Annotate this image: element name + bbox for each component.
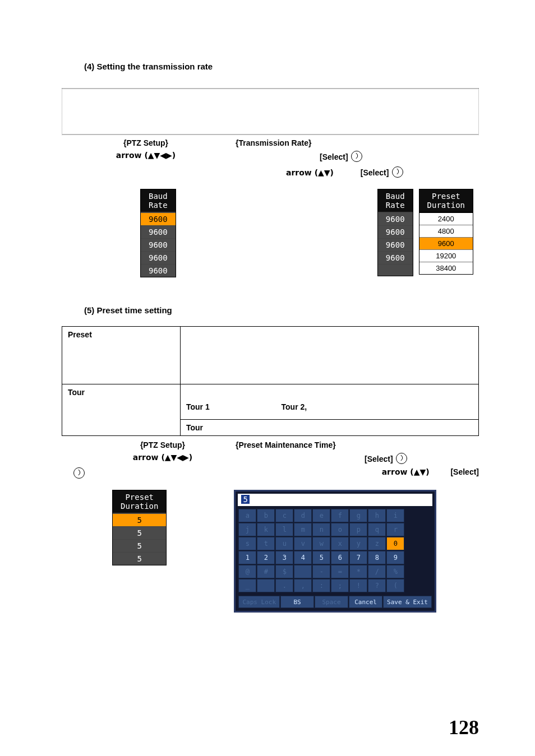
key[interactable]: / — [368, 565, 386, 578]
labels5-row-1: {PTZ Setup} {Preset Maintenance Time} — [62, 440, 479, 449]
arrow2-label: arrow (▲▼) — [286, 168, 334, 177]
key[interactable]: 9 — [386, 551, 404, 564]
baud-item[interactable]: 9600 — [378, 225, 413, 238]
preset-tour-table: Preset Tour Tour 1 Tour 2, Tour — [62, 326, 479, 436]
arrow4-label: arrow (▲▼◀▶) — [116, 151, 176, 160]
baud-list-left[interactable]: Baud Rate 9600 9600 9600 9600 9600 — [140, 189, 176, 277]
preset-item[interactable]: 5 — [113, 513, 166, 526]
preset-item[interactable]: 5 — [113, 539, 166, 552]
key[interactable]: q — [368, 523, 386, 536]
baud-item[interactable]: 9600 — [141, 225, 176, 238]
baud-options-dropdown[interactable]: 2400 4800 9600 19200 38400 — [419, 212, 473, 275]
key[interactable]: @ — [238, 565, 256, 578]
key[interactable]: ! — [349, 579, 367, 592]
baud-list-right[interactable]: Baud Rate 9600 9600 9600 9600 — [377, 189, 413, 276]
baud-item[interactable]: 9600 — [141, 238, 176, 251]
select-icon — [392, 166, 403, 178]
key[interactable]: m — [294, 523, 312, 536]
baud-item[interactable]: 9600 — [378, 251, 413, 264]
key[interactable]: i — [386, 509, 404, 522]
key[interactable]: - — [312, 565, 330, 578]
baud-item[interactable]: 9600 — [141, 251, 176, 264]
key[interactable]: 4 — [294, 551, 312, 564]
key[interactable]: y — [349, 537, 367, 550]
key[interactable]: a — [238, 509, 256, 522]
key[interactable]: ; — [331, 579, 349, 592]
key[interactable]: % — [386, 565, 404, 578]
key[interactable]: r — [386, 523, 404, 536]
key[interactable]: g — [349, 509, 367, 522]
key[interactable]: d — [294, 509, 312, 522]
keyboard-entry[interactable]: 5 — [238, 494, 432, 506]
baud-option[interactable]: 38400 — [419, 262, 473, 274]
baud-item[interactable] — [378, 264, 413, 276]
select-label: [Select] — [320, 152, 348, 161]
key[interactable]: j — [238, 523, 256, 536]
key[interactable]: o — [331, 523, 349, 536]
key[interactable]: , — [294, 579, 312, 592]
key[interactable]: # — [257, 565, 275, 578]
baud-item[interactable]: 9600 — [141, 212, 176, 225]
key[interactable]: s — [238, 537, 256, 550]
key[interactable]: = — [331, 565, 349, 578]
key[interactable]: n — [312, 523, 330, 536]
labels-row-3: arrow (▲▼) [Select] — [62, 166, 479, 178]
preset-duration-list[interactable]: Preset Duration 5 5 5 5 — [112, 490, 167, 565]
key[interactable] — [294, 565, 312, 578]
key[interactable]: f — [331, 509, 349, 522]
baud-option[interactable]: 19200 — [419, 249, 473, 262]
baud-option[interactable]: 4800 — [419, 225, 473, 237]
key[interactable]: w — [312, 537, 330, 550]
backspace-button[interactable]: BS — [280, 596, 314, 608]
labels-row-2: arrow (▲▼◀▶) [Select] — [62, 151, 479, 162]
select-icon — [396, 453, 407, 464]
key[interactable]: t — [257, 537, 275, 550]
key[interactable]: e — [312, 509, 330, 522]
key[interactable]: 1 — [238, 551, 256, 564]
key[interactable]: 8 — [368, 551, 386, 564]
key[interactable]: x — [331, 537, 349, 550]
baud-option[interactable]: 9600 — [419, 237, 473, 249]
arrow2-label-2: arrow (▲▼) — [382, 467, 430, 476]
key[interactable]: h — [368, 509, 386, 522]
key[interactable]: _ — [238, 579, 256, 592]
key[interactable]: ( — [386, 579, 404, 592]
baud-option[interactable]: 2400 — [419, 213, 473, 225]
key[interactable]: l — [275, 523, 293, 536]
baud-item[interactable]: 9600 — [378, 238, 413, 251]
key[interactable]: 3 — [275, 551, 293, 564]
key[interactable]: . — [275, 579, 293, 592]
key[interactable]: $ — [275, 565, 293, 578]
preset-item[interactable]: 5 — [113, 552, 166, 565]
cancel-button[interactable]: Cancel — [349, 596, 382, 608]
select-icon — [351, 151, 362, 162]
key[interactable]: 5 — [312, 551, 330, 564]
caps-lock-button[interactable]: Caps Lock — [238, 596, 280, 608]
arrow4-label-2: arrow (▲▼◀▶) — [133, 453, 193, 462]
baud-item[interactable]: 9600 — [141, 264, 176, 277]
key[interactable]: : — [312, 579, 330, 592]
key[interactable]: v — [294, 537, 312, 550]
key[interactable]: b — [257, 509, 275, 522]
key[interactable]: c — [275, 509, 293, 522]
key[interactable]: p — [349, 523, 367, 536]
tour-label: Tour — [62, 384, 181, 436]
key[interactable]: 6 — [331, 551, 349, 564]
key[interactable]: z — [368, 537, 386, 550]
key[interactable] — [257, 579, 275, 592]
key[interactable]: u — [275, 537, 293, 550]
key[interactable]: k — [257, 523, 275, 536]
key[interactable]: * — [349, 565, 367, 578]
baud-item[interactable]: 9600 — [378, 212, 413, 225]
section5-title: (5) Preset time setting — [84, 305, 479, 315]
onscreen-keyboard[interactable]: 5 a b c d e f g h i j k l — [234, 490, 436, 613]
key-zero[interactable]: 0 — [386, 537, 404, 550]
key[interactable]: 2 — [257, 551, 275, 564]
space-button[interactable]: Space — [315, 596, 348, 608]
key[interactable]: 7 — [349, 551, 367, 564]
preset-item[interactable]: 5 — [113, 526, 166, 539]
labels5-row-3: arrow (▲▼) [Select] — [62, 467, 479, 479]
save-exit-button[interactable]: Save & Exit — [383, 596, 432, 608]
key[interactable]: ? — [368, 579, 386, 592]
labels-row-1: {PTZ Setup} {Transmission Rate} — [62, 138, 479, 147]
